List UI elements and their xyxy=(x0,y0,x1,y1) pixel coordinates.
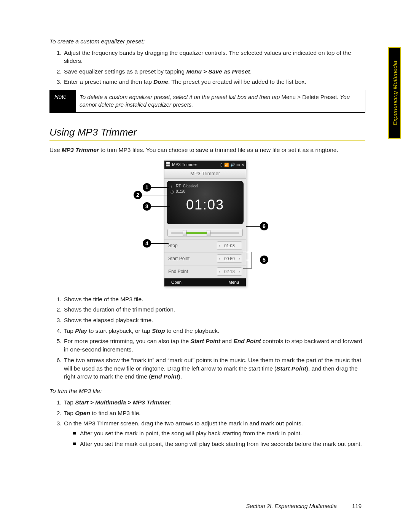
battery-icon: ▭ xyxy=(236,163,240,167)
mark-out-handle[interactable] xyxy=(207,230,210,236)
callout-bracket-5b xyxy=(243,268,252,268)
legend-list: Shows the title of the MP3 file. Shows t… xyxy=(49,295,365,381)
end-point-label: End Point xyxy=(168,269,188,274)
eq-preset-heading: To create a custom equalizer preset: xyxy=(49,38,365,45)
close-icon: ✕ xyxy=(241,163,244,167)
legend-4: Tap Play to start playback, or tap Stop … xyxy=(63,327,365,335)
svg-rect-0 xyxy=(166,162,168,164)
callout-bracket-5t xyxy=(243,252,252,252)
trim-step-3-bullet-2: After you set the mark out point, the so… xyxy=(73,440,365,448)
eq-step-3: Enter a preset name and then tap Done. T… xyxy=(63,78,365,86)
soft-key-open[interactable]: Open xyxy=(171,280,182,284)
callout-2: 2 xyxy=(134,191,142,199)
side-tab-label: Experiencing Multimedia xyxy=(392,61,398,125)
callout-5: 5 xyxy=(260,256,268,264)
slider-row xyxy=(164,227,246,239)
file-name: RT_Classical xyxy=(176,184,198,188)
trim-step-3-bullet-1: After you set the mark in point, the son… xyxy=(73,429,365,438)
callout-line-4 xyxy=(151,243,169,244)
callout-3: 3 xyxy=(143,202,151,211)
legend-6: The two arrows show the “mark in” and “m… xyxy=(63,356,365,381)
trim-steps-list: Tap Start > Multimedia > MP3 Trimmer. Ta… xyxy=(49,398,365,448)
play-row[interactable]: Stop 01:03 xyxy=(164,240,246,252)
playback-display: ♪ RT_Classical ◷ 01:28 01:03 xyxy=(167,181,244,224)
callout-6: 6 xyxy=(260,222,268,230)
volume-icon: 🔊 xyxy=(230,163,235,167)
soft-key-bar: Open Menu xyxy=(164,278,246,286)
callout-line-1 xyxy=(151,187,169,188)
section-heading: Using MP3 Trimmer xyxy=(49,126,365,138)
phone-figure: MP3 Trimmer ▯ 📶 🔊 ▭ ✕ MP3 Trimmer ♪ RT_C… xyxy=(108,160,306,290)
duration-row: ◷ 01:28 xyxy=(170,189,185,193)
svg-rect-2 xyxy=(166,165,168,166)
eq-step-1: Adjust the frequency bands by dragging t… xyxy=(63,49,365,65)
legend-3: Shows the elapsed playback time. xyxy=(63,316,365,324)
windows-icon xyxy=(166,162,170,167)
callout-line-2 xyxy=(142,195,169,195)
callout-1: 1 xyxy=(143,183,151,192)
start-point-value[interactable]: 00:50 xyxy=(217,254,242,263)
end-point-row[interactable]: End Point 02:18 xyxy=(164,265,246,278)
eq-steps-list: Adjust the frequency bands by dragging t… xyxy=(49,49,365,86)
note-body: To delete a custom equalizer preset, sel… xyxy=(76,90,365,113)
legend-2: Shows the duration of the trimmed portio… xyxy=(63,305,365,314)
trim-step-3: On the MP3 Trimmer screen, drag the two … xyxy=(63,419,365,448)
phone-mock: MP3 Trimmer ▯ 📶 🔊 ▭ ✕ MP3 Trimmer ♪ RT_C… xyxy=(164,160,246,287)
play-stop-label: Stop xyxy=(168,243,178,248)
page-footer: Section 2I. Experiencing Multimedia 119 xyxy=(246,503,362,509)
status-icons: ▯ 📶 🔊 ▭ ✕ xyxy=(220,163,244,167)
trim-step-1: Tap Start > Multimedia > MP3 Trimmer. xyxy=(63,398,365,407)
trim-step-2: Tap Open to find an MP3 file. xyxy=(63,409,365,417)
file-row: ♪ RT_Classical xyxy=(170,184,198,188)
trim-slider[interactable] xyxy=(167,229,243,236)
legend-5: For more precise trimming, you can also … xyxy=(63,337,365,353)
footer-section: Section 2I. Experiencing Multimedia xyxy=(246,503,337,509)
status-title: MP3 Trimmer xyxy=(172,162,197,167)
callout-bracket-5v xyxy=(252,252,252,268)
intro-paragraph: Use MP3 Trimmer to trim MP3 files. You c… xyxy=(49,146,365,154)
play-time-value: 01:03 xyxy=(217,241,242,250)
status-bar: MP3 Trimmer ▯ 📶 🔊 ▭ ✕ xyxy=(164,161,246,169)
screen-title: MP3 Trimmer xyxy=(164,169,246,179)
note-label: Note xyxy=(50,90,76,113)
trim-heading: To trim the MP3 file: xyxy=(49,388,365,395)
note-icon: ♪ xyxy=(170,184,174,188)
signal-icon: ▯ xyxy=(220,163,223,167)
callout-line-5 xyxy=(246,260,260,260)
footer-page-number: 119 xyxy=(352,503,362,509)
start-point-row[interactable]: Start Point 00:50 xyxy=(164,252,246,265)
start-point-label: Start Point xyxy=(168,256,190,261)
svg-rect-3 xyxy=(168,165,170,166)
eq-step-2: Save equalizer settings as a preset by t… xyxy=(63,67,365,75)
side-tab: Experiencing Multimedia xyxy=(388,47,401,139)
callout-line-6 xyxy=(246,226,260,227)
mark-in-handle[interactable] xyxy=(183,230,186,236)
callout-line-3 xyxy=(151,206,170,207)
elapsed-time: 01:03 xyxy=(186,197,224,213)
antenna-icon: 📶 xyxy=(224,163,229,167)
clock-icon: ◷ xyxy=(170,190,174,193)
svg-rect-1 xyxy=(168,162,170,164)
callout-4: 4 xyxy=(143,239,151,248)
section-rule xyxy=(49,140,365,141)
note-box: Note To delete a custom equalizer preset… xyxy=(49,90,365,113)
legend-1: Shows the title of the MP3 file. xyxy=(63,295,365,304)
end-point-value[interactable]: 02:18 xyxy=(217,267,242,276)
soft-key-menu[interactable]: Menu xyxy=(228,280,239,284)
trim-step-3-sublist: After you set the mark in point, the son… xyxy=(64,429,365,448)
duration: 01:28 xyxy=(176,189,185,193)
